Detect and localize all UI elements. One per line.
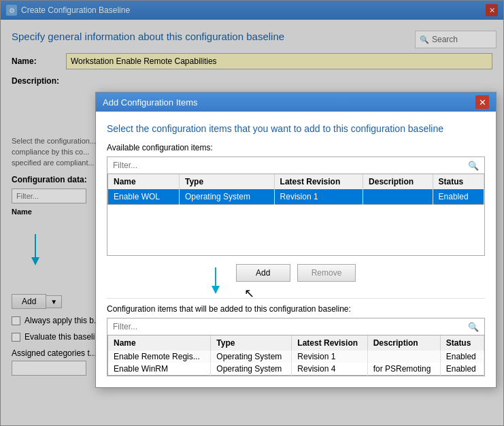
row-revision: Revision 1 [274, 189, 363, 204]
modal-bottom-section: Configuration items that will be added t… [107, 298, 485, 376]
bottom-col-status: Status [440, 335, 484, 350]
modal-bottom-table-container: Name Type Latest Revision Description St… [107, 335, 485, 376]
modal-bottom-label: Configuration items that will be added t… [107, 304, 485, 314]
modal-top-table: Name Type Latest Revision Description St… [107, 174, 484, 205]
bottom-col-type: Type [211, 335, 292, 350]
col-status: Status [433, 174, 484, 189]
bottom-row1-name: Enable Remote Regis... [108, 350, 211, 363]
modal-bottom-filter-icon: 🔍 [463, 322, 484, 332]
modal-bottom-filter-input[interactable] [107, 321, 463, 333]
add-config-items-dialog: Add Configuration Items ✕ Select the con… [95, 92, 497, 388]
modal-body: Select the configuration items that you … [96, 112, 496, 387]
bottom-row2-revision: Revision 4 [292, 363, 367, 376]
bottom-row1-revision: Revision 1 [292, 350, 367, 363]
modal-bottom-table-body: Enable Remote Regis... Operating System … [108, 350, 484, 376]
bottom-col-name: Name [108, 335, 211, 350]
modal-subtitle: Select the configuration items that you … [107, 122, 485, 135]
col-name: Name [108, 174, 180, 189]
modal-filter-search-icon: 🔍 [463, 161, 484, 171]
col-description: Description [363, 174, 433, 189]
col-type: Type [180, 174, 275, 189]
col-latest-revision: Latest Revision [274, 174, 363, 189]
modal-title: Add Configuration Items [103, 97, 475, 108]
table-row[interactable]: Enable Remote Regis... Operating System … [108, 350, 484, 363]
modal-filter-row: 🔍 [107, 157, 485, 174]
table-row[interactable]: Enable WOL Operating System Revision 1 E… [108, 189, 484, 204]
row-type: Operating System [180, 189, 275, 204]
row-status: Enabled [433, 189, 484, 204]
bottom-col-revision: Latest Revision [292, 335, 367, 350]
modal-filter-input[interactable] [107, 159, 463, 171]
modal-titlebar: Add Configuration Items ✕ [96, 93, 496, 112]
bottom-row2-name: Enable WinRM [108, 363, 211, 376]
row-description [363, 189, 433, 204]
bottom-col-description: Description [367, 335, 440, 350]
bottom-row2-status: Enabled [440, 363, 484, 376]
modal-top-table-body: Enable WOL Operating System Revision 1 E… [108, 189, 484, 204]
modal-action-buttons: Add Remove [107, 264, 485, 282]
bottom-row1-type: Operating System [211, 350, 292, 363]
modal-bottom-filter-row: 🔍 [107, 318, 485, 335]
bottom-row1-status: Enabled [440, 350, 484, 363]
bottom-row1-description [367, 350, 440, 363]
table-row[interactable]: Enable WinRM Operating System Revision 4… [108, 363, 484, 376]
modal-arrow-area: Add Remove ↖ [107, 264, 485, 298]
modal-available-label: Available configuration items: [107, 143, 485, 152]
row-name: Enable WOL [108, 189, 180, 204]
bottom-row2-type: Operating System [211, 363, 292, 376]
modal-add-button[interactable]: Add [236, 264, 290, 282]
modal-top-table-header: Name Type Latest Revision Description St… [108, 174, 484, 189]
modal-close-button[interactable]: ✕ [475, 95, 489, 109]
modal-bottom-table: Name Type Latest Revision Description St… [107, 335, 484, 376]
modal-bottom-table-header: Name Type Latest Revision Description St… [108, 335, 484, 350]
modal-remove-button[interactable]: Remove [297, 264, 356, 282]
bottom-row2-description: for PSRemoting [367, 363, 440, 376]
modal-top-table-container: Name Type Latest Revision Description St… [107, 174, 485, 256]
